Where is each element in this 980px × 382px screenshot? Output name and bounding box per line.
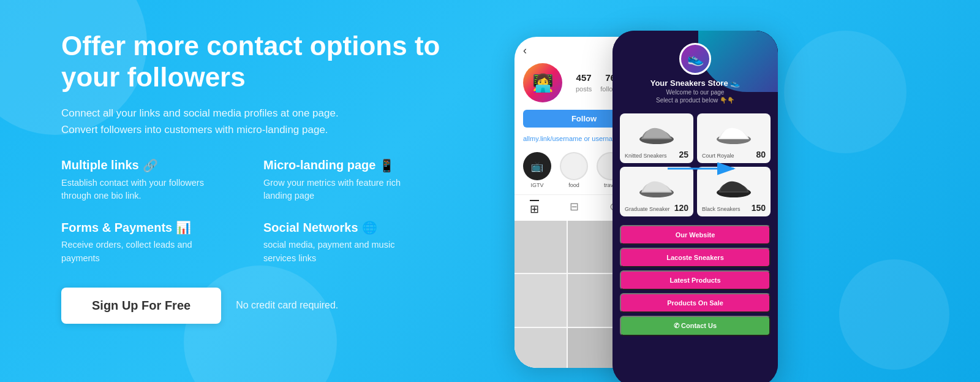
feature-social-networks: Social Networks 🌐 social media, payment …	[263, 220, 441, 265]
store-name: Your Sneakers Store 👟	[650, 78, 741, 88]
ig-posts-stat: 457 posts	[576, 72, 592, 94]
grid-cell-4	[514, 274, 567, 326]
content-wrapper: Offer more contact options to your follo…	[0, 0, 980, 382]
igtv-icon: 📺	[523, 152, 551, 180]
product-img-2	[702, 118, 766, 150]
bookmark-tab-icon[interactable]: ⊟	[570, 200, 579, 216]
sub-description: Connect all your links and social media …	[61, 105, 380, 138]
ig-posts-label: posts	[576, 85, 592, 93]
food-highlight	[560, 152, 588, 180]
latest-products-button[interactable]: Latest Products	[620, 270, 771, 290]
landing-inner: 👟 Your Sneakers Store 👟 Welcome to our p…	[612, 31, 778, 382]
chart-icon: 📊	[176, 220, 191, 235]
ig-posts-count: 457	[576, 72, 592, 83]
feature-2-title: Micro-landing page 📱	[263, 158, 441, 173]
landing-links: Our Website Lacoste Sneakers Latest Prod…	[612, 221, 778, 340]
ig-highlight-igtv-item: 📺 IGTV	[523, 152, 551, 188]
product-img-1	[625, 118, 688, 150]
desc-line1: Connect all your links and social media …	[61, 107, 339, 119]
product-price-4: 150	[752, 203, 766, 213]
phones-panel: ‹ ··· 👩‍💻 457 posts 76K followers	[490, 25, 943, 357]
feature-4-desc: social media, payment and music services…	[263, 239, 423, 265]
contact-us-button[interactable]: ✆ Contact Us	[620, 316, 771, 336]
globe-icon: 🌐	[362, 220, 377, 235]
product-price-2: 80	[756, 150, 766, 159]
landing-phone: 👟 Your Sneakers Store 👟 Welcome to our p…	[612, 31, 778, 382]
select-text: Select a product below 👇👇	[656, 97, 734, 104]
feature-micro-landing: Micro-landing page 📱 Grow your metrics w…	[263, 158, 441, 204]
no-credit-text: No credit card required.	[236, 300, 338, 311]
arrow-indicator	[668, 156, 741, 183]
feature-1-label: Multiple links	[61, 158, 139, 172]
lacoste-sneakers-button[interactable]: Lacoste Sneakers	[620, 248, 771, 267]
product-card-1: Knitted Sneakers 25	[620, 113, 693, 163]
igtv-label: IGTV	[530, 182, 543, 188]
back-arrow-icon[interactable]: ‹	[523, 44, 527, 57]
feature-3-desc: Receive orders, collect leads and paymen…	[61, 239, 221, 265]
heading-line1: Offer more contact options to	[61, 31, 440, 61]
desc-line2: Convert followers into customers with mi…	[61, 124, 328, 136]
product-card-2: Court Royale 80	[697, 113, 771, 163]
grid-cell-1	[514, 221, 567, 273]
feature-multiple-links: Multiple links 🔗 Establish contact with …	[61, 158, 239, 204]
feature-4-label: Social Networks	[263, 221, 358, 235]
ig-highlight-food-item: food	[560, 152, 588, 188]
feature-3-title: Forms & Payments 📊	[61, 220, 239, 235]
grid-cell-7	[514, 328, 567, 368]
link-icon: 🔗	[143, 158, 158, 173]
product-price-3: 120	[674, 203, 688, 213]
feature-1-title: Multiple links 🔗	[61, 158, 239, 173]
phone-icon: 📱	[379, 158, 394, 173]
feature-2-desc: Grow your metrics with feature rich land…	[263, 177, 423, 204]
feature-2-label: Micro-landing page	[263, 158, 375, 172]
store-logo: 👟	[679, 43, 711, 75]
welcome-text: Welcome to our page	[666, 89, 725, 96]
landing-logo-area: 👟 Your Sneakers Store 👟 Welcome to our p…	[612, 31, 778, 109]
feature-3-label: Forms & Payments	[61, 221, 172, 235]
avatar: 👩‍💻	[523, 63, 562, 102]
feature-forms-payments: Forms & Payments 📊 Receive orders, colle…	[61, 220, 239, 265]
grid-tab-icon[interactable]: ⊞	[530, 200, 539, 216]
heading-line2: your followers	[61, 62, 246, 92]
food-label: food	[568, 182, 579, 188]
products-on-sale-button[interactable]: Products On Sale	[620, 293, 771, 313]
features-grid: Multiple links 🔗 Establish contact with …	[61, 158, 441, 265]
main-heading: Offer more contact options to your follo…	[61, 31, 490, 93]
feature-4-title: Social Networks 🌐	[263, 220, 441, 235]
feature-1-desc: Establish contact with your followers th…	[61, 177, 221, 204]
our-website-button[interactable]: Our Website	[620, 225, 771, 245]
signup-button[interactable]: Sign Up For Free	[61, 288, 221, 324]
left-panel: Offer more contact options to your follo…	[61, 25, 490, 324]
cta-row: Sign Up For Free No credit card required…	[61, 288, 490, 324]
